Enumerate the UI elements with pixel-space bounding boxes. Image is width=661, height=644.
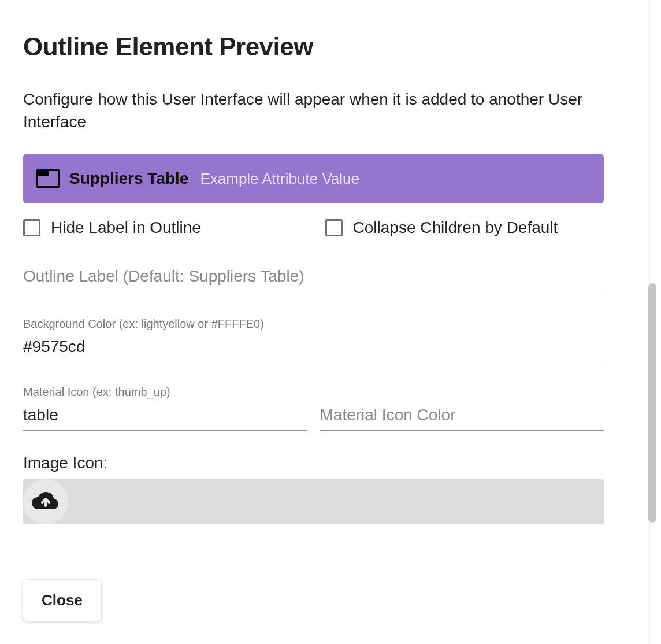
material-icon-label: Material Icon (ex: thumb_up) <box>23 386 307 399</box>
background-color-label: Background Color (ex: lightyellow or #FF… <box>23 317 604 331</box>
collapse-children-text: Collapse Children by Default <box>353 219 558 237</box>
page-title: Outline Element Preview <box>23 32 604 61</box>
hide-label-text: Hide Label in Outline <box>51 219 201 237</box>
image-icon-label: Image Icon: <box>23 454 604 472</box>
outline-preview-bar: Suppliers Table Example Attribute Value <box>23 154 604 203</box>
outline-label-input[interactable] <box>23 265 604 294</box>
hide-label-checkbox[interactable]: Hide Label in Outline <box>23 219 302 237</box>
svg-rect-1 <box>37 170 49 176</box>
section-divider <box>23 557 604 557</box>
material-icon-color-input[interactable] <box>320 404 604 431</box>
scrollbar-track[interactable] <box>649 0 658 644</box>
scrollbar-thumb[interactable] <box>648 283 656 523</box>
image-icon-upload[interactable] <box>23 479 604 524</box>
material-icon-input[interactable] <box>23 404 307 431</box>
upload-circle <box>23 479 68 524</box>
background-color-input[interactable] <box>23 335 604 362</box>
tab-icon <box>36 169 60 188</box>
close-button[interactable]: Close <box>23 580 101 621</box>
checkbox-icon <box>325 219 343 236</box>
page-description: Configure how this User Interface will a… <box>23 88 604 133</box>
cloud-upload-icon <box>32 490 60 514</box>
preview-subtitle: Example Attribute Value <box>200 170 359 188</box>
preview-title: Suppliers Table <box>69 169 188 188</box>
collapse-children-checkbox[interactable]: Collapse Children by Default <box>325 219 604 237</box>
checkbox-icon <box>23 219 40 236</box>
